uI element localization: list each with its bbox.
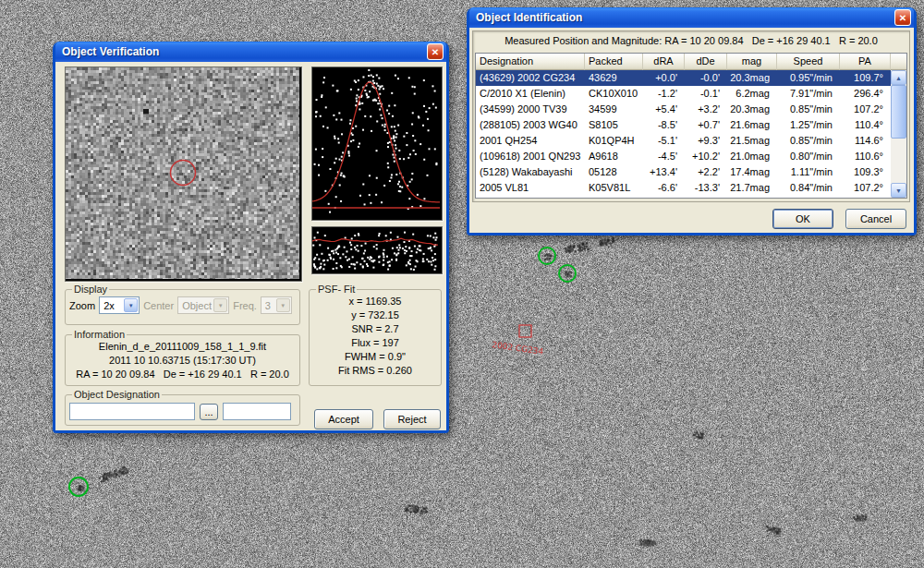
designation-input[interactable] (69, 403, 195, 420)
identification-titlebar[interactable]: Object Identification ✕ (469, 7, 914, 28)
table-cell[interactable]: K05V81L (585, 180, 643, 196)
cancel-button[interactable]: Cancel (845, 209, 906, 229)
table-row[interactable]: (43629) 2002 CG23443629+0.0'-0.0'20.3mag… (476, 70, 906, 86)
table-cell[interactable]: +2.2' (685, 164, 727, 180)
table-cell[interactable]: (5128) Wakabayashi (476, 164, 585, 180)
table-cell[interactable]: -6.6' (643, 180, 685, 196)
designation-secondary-input[interactable] (223, 403, 291, 420)
table-cell[interactable]: 110.6° (840, 149, 891, 164)
table-cell[interactable]: 0.85"/min (777, 133, 840, 149)
table-cell[interactable]: 109.3° (840, 164, 891, 180)
table-cell[interactable]: 7.91"/min (777, 86, 840, 102)
column-header-packed[interactable]: Packed (585, 54, 643, 70)
table-cell[interactable]: 110.4° (840, 117, 891, 133)
table-cell[interactable]: C/2010 X1 (Elenin) (476, 86, 585, 102)
close-icon[interactable]: ✕ (427, 43, 444, 60)
table-cell[interactable]: 2001 QH254 (476, 133, 585, 149)
ok-button[interactable]: OK (772, 209, 833, 229)
table-cell[interactable]: K01QP4H (585, 133, 643, 149)
table-cell[interactable]: +3.2' (685, 102, 727, 117)
table-row[interactable]: (34599) 2000 TV3934599+5.4'+3.2'20.3mag0… (476, 102, 906, 117)
table-cell[interactable]: 1.11"/min (777, 164, 840, 180)
table-cell[interactable]: 43629 (585, 70, 643, 86)
information-group: Information Elenin_d_e_20111009_158_1_1_… (65, 329, 300, 386)
zoom-label: Zoom (69, 300, 95, 311)
table-cell[interactable]: 0.80"/min (777, 149, 840, 164)
reject-button[interactable]: Reject (383, 409, 441, 429)
table-cell[interactable]: (43629) 2002 CG234 (476, 70, 585, 86)
column-header-pa[interactable]: PA (840, 54, 891, 70)
identification-table-body: (43629) 2002 CG23443629+0.0'-0.0'20.3mag… (476, 70, 906, 196)
table-cell[interactable]: 0.95"/min (777, 70, 840, 86)
table-cell[interactable]: CK10X010 (585, 86, 643, 102)
browse-button[interactable]: ... (200, 404, 218, 420)
table-cell[interactable]: A9618 (585, 149, 643, 164)
table-row[interactable]: 2005 VL81K05V81L-6.6'-13.3'21.7mag0.84"/… (476, 180, 906, 196)
table-cell[interactable]: S8105 (585, 117, 643, 133)
table-cell[interactable]: +13.4' (643, 164, 685, 180)
identification-window-body: Measured Position and Magnitude: RA = 10… (469, 28, 914, 233)
table-cell[interactable]: -0.1' (685, 86, 727, 102)
table-cell[interactable]: 296.4° (840, 86, 891, 102)
psf-residual-image (312, 227, 440, 272)
table-cell[interactable]: +0.7' (685, 117, 727, 133)
table-cell[interactable]: -4.5' (643, 149, 685, 164)
column-header-dra[interactable]: dRA (643, 54, 685, 70)
table-row[interactable]: C/2010 X1 (Elenin)CK10X010-1.2'-0.1'6.2m… (476, 86, 906, 102)
table-cell[interactable]: 05128 (585, 164, 643, 180)
object-verification-window: Object Verification ✕ Display Zoom 2x ▼ (53, 42, 449, 433)
verification-titlebar[interactable]: Object Verification ✕ (55, 42, 446, 62)
column-header-mag[interactable]: mag (727, 54, 777, 70)
table-row[interactable]: (109618) 2001 QN293A9618-4.5'+10.2'21.0m… (476, 149, 906, 164)
column-header-dde[interactable]: dDe (685, 54, 727, 70)
table-cell[interactable]: 21.6mag (727, 117, 777, 133)
table-cell[interactable]: -1.2' (643, 86, 685, 102)
table-cell[interactable]: +0.0' (643, 70, 685, 86)
table-cell[interactable]: (34599) 2000 TV39 (476, 102, 585, 117)
center-value: Object (182, 300, 212, 311)
table-row[interactable]: (5128) Wakabayashi05128+13.4'+2.2'17.4ma… (476, 164, 906, 180)
table-cell[interactable]: -5.1' (643, 133, 685, 149)
zoom-select[interactable]: 2x ▼ (99, 296, 140, 314)
scroll-down-icon[interactable]: ▼ (891, 183, 906, 198)
table-cell[interactable]: 0.85"/min (777, 102, 840, 117)
table-cell[interactable]: 6.2mag (727, 86, 777, 102)
table-cell[interactable]: -8.5' (643, 117, 685, 133)
table-cell[interactable]: +5.4' (643, 102, 685, 117)
table-cell[interactable]: 109.7° (840, 70, 891, 86)
table-cell[interactable]: (288105) 2003 WG40 (476, 117, 585, 133)
table-cell[interactable]: 21.7mag (727, 180, 777, 196)
table-cell[interactable]: 21.5mag (727, 133, 777, 149)
table-cell[interactable]: +9.3' (685, 133, 727, 149)
column-header-speed[interactable]: Speed (777, 54, 840, 70)
table-row[interactable]: 2001 QH254K01QP4H-5.1'+9.3'21.5mag0.85"/… (476, 133, 906, 149)
table-cell[interactable]: -13.3' (685, 180, 727, 196)
table-cell[interactable]: (109618) 2001 QN293 (476, 149, 585, 164)
table-cell[interactable]: 107.2° (840, 102, 891, 117)
table-row[interactable]: (288105) 2003 WG40S8105-8.5'+0.7'21.6mag… (476, 117, 906, 133)
table-cell[interactable]: 0.84"/min (777, 180, 840, 196)
table-cell[interactable]: 2005 VL81 (476, 180, 585, 196)
table-cell[interactable]: -0.0' (685, 70, 727, 86)
fits-filename: Elenin_d_e_20111009_158_1_1_9.fit (69, 340, 296, 354)
table-cell[interactable]: 114.6° (840, 133, 891, 149)
scrollbar-thumb[interactable] (891, 85, 906, 139)
close-icon[interactable]: ✕ (894, 9, 911, 26)
table-cell[interactable]: 20.3mag (727, 102, 777, 117)
freq-label: Freq. (233, 300, 257, 311)
accept-button[interactable]: Accept (314, 409, 373, 429)
psf-y-value: y = 732.15 (313, 308, 437, 322)
table-cell[interactable]: 1.25"/min (777, 117, 840, 133)
table-cell[interactable]: 17.4mag (727, 164, 777, 180)
table-cell[interactable]: 107.2° (840, 180, 891, 196)
chevron-down-icon[interactable]: ▼ (124, 298, 138, 312)
scroll-up-icon[interactable]: ▲ (891, 70, 906, 85)
table-cell[interactable]: +10.2' (685, 149, 727, 164)
vertical-scrollbar[interactable]: ▲ ▼ (891, 70, 906, 198)
display-controls-row: Zoom 2x ▼ Center Object ▼ Freq. 3 ▼ (69, 295, 296, 314)
table-cell[interactable]: 21.0mag (727, 149, 777, 164)
scrollbar-track[interactable] (891, 85, 906, 183)
column-header-designation[interactable]: Designation (476, 54, 585, 70)
table-cell[interactable]: 20.3mag (727, 70, 777, 86)
table-cell[interactable]: 34599 (585, 102, 643, 117)
